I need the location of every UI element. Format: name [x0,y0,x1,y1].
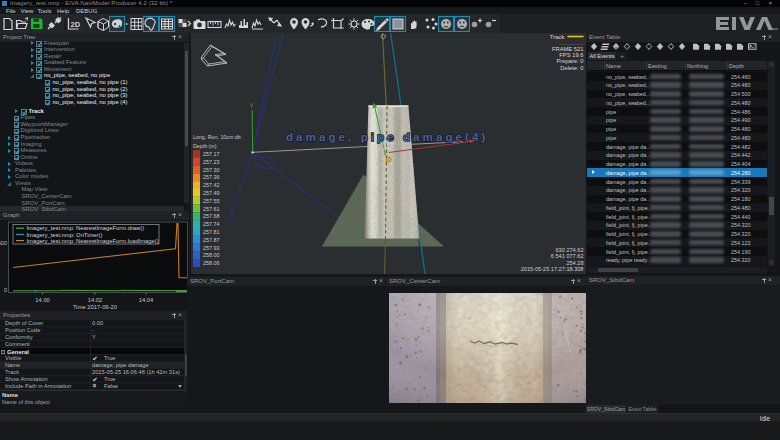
svg-text:258.06: 258.06 [203,260,220,266]
svg-text:630 274.62: 630 274.62 [556,247,584,253]
svg-text:Y: Y [250,102,255,109]
svg-text:Depth (m): Depth (m) [193,143,217,149]
svg-text:254.28: 254.28 [566,260,583,266]
svg-text:257.55: 257.55 [203,198,220,204]
svg-text:2D: 2D [71,20,81,29]
svg-text:257.93: 257.93 [203,245,220,251]
svg-text:14.00: 14.00 [35,297,50,303]
svg-text:257.30: 257.30 [203,167,220,173]
svg-text:257.42: 257.42 [203,182,220,188]
svg-text:257.74: 257.74 [203,221,220,227]
svg-text:257.23: 257.23 [203,159,220,165]
svg-text:Imagery_test.nmp: OnTimer(): Imagery_test.nmp: OnTimer() [27,232,103,238]
svg-text:Delete: 0: Delete: 0 [560,65,583,71]
svg-text:pipe dmg: pipe dmg [374,146,392,151]
svg-text:258.00: 258.00 [203,252,220,258]
svg-text:FPS 19.6: FPS 19.6 [559,52,583,58]
svg-text:2015-05-25 17:27:18.308: 2015-05-25 17:27:18.308 [521,266,584,272]
svg-text:257.68: 257.68 [203,213,220,219]
svg-text:FRAME 521: FRAME 521 [552,46,584,52]
svg-text:x: x [297,147,300,153]
svg-text:Time 2017-09-20: Time 2017-09-20 [73,304,117,310]
svg-text:257.49: 257.49 [203,190,220,196]
svg-text:500: 500 [0,240,7,246]
svg-text:257.17: 257.17 [203,151,220,157]
svg-text:257.61: 257.61 [203,206,220,212]
svg-text:14.02: 14.02 [88,297,103,303]
svg-text:Imagery_test.nmp: NearestImage: Imagery_test.nmp: NearestImageForm.loadI… [27,238,159,244]
svg-text:257.87: 257.87 [203,237,220,243]
svg-text:6 541 077.62: 6 541 077.62 [551,253,584,259]
svg-text:damage, pipe damage(4): damage, pipe damage(4) [286,131,488,143]
svg-text:14.04: 14.04 [139,297,154,303]
svg-text:Long. Run, 10cm db: Long. Run, 10cm db [193,134,241,140]
svg-text:Prepare: 0: Prepare: 0 [556,58,583,64]
svg-text:Imagery_test.nmp: NearestImage: Imagery_test.nmp: NearestImageForm.draw(… [27,225,145,231]
svg-text:257.36: 257.36 [203,174,220,180]
svg-text:0: 0 [4,287,7,293]
svg-text:257.81: 257.81 [203,229,220,235]
